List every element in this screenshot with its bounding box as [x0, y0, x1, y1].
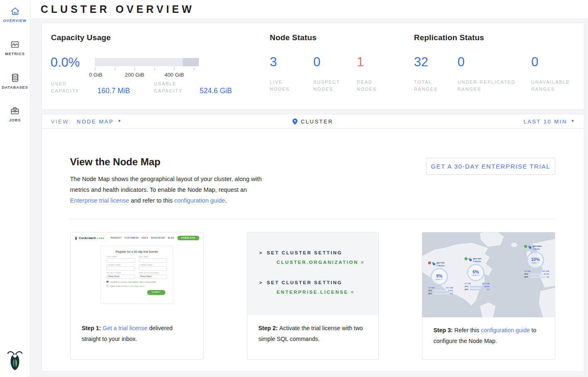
time-range-selector[interactable]: LAST 10 MIN ▼: [523, 118, 584, 125]
view-selector[interactable]: VIEW: NODE MAP ▼: [42, 118, 122, 125]
suspect-nodes-label: SUSPECT NODES: [313, 79, 346, 93]
sql-command: SET CLUSTER SETTING: [267, 250, 342, 255]
description-text: The Node Map shows the geographical layo…: [70, 176, 262, 193]
home-icon: [10, 6, 21, 17]
live-nodes-stat: 3 LIVE NODES: [270, 55, 299, 93]
page-title: CLUSTER OVERVIEW: [41, 3, 194, 15]
gauge-label: CAPACITY: [472, 275, 479, 276]
enterprise-trial-license-link[interactable]: Enterprise trial license: [70, 197, 129, 204]
cpu-value: 11.0%: [448, 290, 453, 292]
map-region-sfo: ! geo=sfo2 Nodes 9% CAPACITY 3.2 GiB35.1…: [428, 261, 454, 295]
mini-nav-item: BLOG: [168, 237, 174, 239]
mini-download-button: DOWNLOAD: [177, 236, 199, 240]
map-region-ams: ✓ geo=ams1 Node 10% CAPACITY 3.6 GiB36.6…: [524, 245, 550, 278]
capacity-gauge: 6% CAPACITY: [467, 264, 484, 281]
cockroachdb-logo: [7, 350, 23, 372]
mini-sla-link: Software License Agreement.: [121, 285, 145, 287]
tick-label: 200 GiB: [125, 72, 144, 78]
capacity-bar-track: [95, 58, 199, 66]
cpu-label: CPU: [465, 285, 469, 288]
description-text: and refer to this: [129, 197, 174, 204]
configuration-guide-link[interactable]: configuration guide: [481, 327, 530, 334]
mini-checkbox-label: I agree to the Software License Agreemen…: [110, 285, 145, 287]
mini-field-label: COMPANY NAME: [106, 264, 135, 266]
region-node-count: 2 Nodes: [473, 260, 482, 263]
step-2-card: >SET CLUSTER SETTING CLUSTER.ORGANIZATIO…: [247, 232, 379, 360]
chevron-down-icon: ▼: [117, 119, 122, 123]
capacity-usage-title: Capacity Usage: [51, 33, 111, 42]
usable-capacity-value: 524.6 GiB: [200, 87, 232, 95]
sidebar-item-metrics[interactable]: METRICS: [0, 32, 30, 65]
node-status-section: Node Status 3 LIVE NODES 0 SUSPECT NODES…: [270, 23, 414, 109]
qps-bar: [470, 289, 486, 290]
step-2-caption: Step 2: Activate the trial license with …: [247, 315, 378, 344]
step-1-card: Cockroach LABS PRODUCT CUSTOMERS DOCS RE…: [70, 232, 203, 360]
under-replicated-ranges-stat: 0 UNDER-REPLICATED RANGES: [457, 55, 526, 93]
node-map-heading: View the Node Map: [70, 156, 266, 168]
capacity-bar-segment: [183, 58, 199, 66]
metrics-chart-icon: [10, 39, 20, 50]
sql-command: SET CLUSTER SETTING: [267, 280, 342, 285]
sidebar-item-label: METRICS: [5, 52, 25, 56]
sql-prompt: >: [259, 250, 263, 255]
replication-status-section: Replication Status 32 TOTAL RANGES 0 UND…: [414, 23, 584, 109]
qps-label: QPS: [465, 288, 469, 290]
region-ok-badge: ✓: [465, 257, 467, 260]
region-name: geo=nyc: [473, 257, 482, 260]
node-cubes-icon: [432, 262, 436, 266]
mini-form-title: Register for a 30-day trial license: [106, 250, 167, 253]
description-text: .: [225, 197, 227, 204]
gauge-label: CAPACITY: [435, 279, 443, 280]
sql-prompt: >: [259, 280, 263, 285]
node-cubes-icon: [468, 258, 472, 261]
used-capacity-value: 160.7 MiB: [97, 87, 130, 95]
region-alert-badge: !: [428, 261, 431, 264]
capacity-min: 3.7 GiB: [465, 283, 471, 285]
gauge-percent: 6%: [472, 269, 479, 274]
capacity-max: 35.1 GiB: [446, 287, 453, 289]
trial-license-screenshot: Cockroach LABS PRODUCT CUSTOMERS DOCS RE…: [70, 232, 203, 315]
sidebar-item-label: JOBS: [9, 118, 21, 122]
cpu-value: 58.3%: [544, 273, 549, 275]
region-name: geo=sfo: [437, 261, 445, 264]
node-cubes-icon: [528, 245, 532, 249]
region-ok-badge: ✓: [524, 245, 527, 248]
sidebar-item-databases[interactable]: DATABASES: [0, 65, 30, 99]
capacity-max: 43.7 GiB: [482, 283, 489, 285]
mini-checkbox: [106, 285, 109, 287]
total-ranges-value: 32: [414, 55, 443, 70]
mini-input: [139, 259, 167, 263]
sidebar-item-label: OVERVIEW: [3, 19, 27, 23]
configuration-guide-link[interactable]: configuration guide: [174, 197, 225, 204]
step-1-caption: Step 1: Get a trial license delivered st…: [70, 315, 203, 344]
capacity-max: 36.6 GiB: [542, 270, 549, 272]
mini-field-label: REASON FOR INTEREST: [139, 272, 167, 274]
map-region-nyc: ✓ geo=nyc2 Nodes 6% CAPACITY 3.7 GiB43.7…: [465, 257, 490, 290]
unavailable-ranges-stat: 0 UNAVAILABLE RANGES: [531, 55, 577, 93]
get-trial-license-link[interactable]: Get a trial license: [103, 325, 148, 331]
cpu-label: CPU: [428, 290, 433, 292]
sql-argument: ENTERPRISE.LICENSE =: [277, 290, 378, 295]
cluster-breadcrumb-label: CLUSTER: [301, 118, 333, 125]
database-icon: [10, 72, 20, 83]
used-capacity-label: USED CAPACITY: [51, 80, 89, 94]
sidebar-item-overview[interactable]: OVERVIEW: [0, 0, 30, 32]
qps-bar: [530, 276, 546, 278]
step-prefix: Step 3:: [433, 327, 455, 334]
tick-label: 0 GiB: [89, 72, 103, 78]
mini-checkbox-checked: [106, 281, 109, 283]
get-enterprise-trial-button[interactable]: GET A 30-DAY ENTERPRISE TRIAL: [426, 158, 555, 175]
capacity-used-percent: 0.0%: [51, 55, 80, 70]
view-bar: VIEW: NODE MAP ▼ CLUSTER LAST 10 MIN ▼: [41, 114, 584, 129]
cluster-summary-panel: Capacity Usage 0.0% 0 GiB 200 GiB 400 Gi…: [41, 23, 584, 110]
mini-input: [139, 266, 167, 271]
sidebar-item-label: DATABASES: [2, 85, 28, 89]
cpu-bar: [433, 290, 447, 292]
sql-commands-graphic: >SET CLUSTER SETTING CLUSTER.ORGANIZATIO…: [247, 232, 378, 315]
replication-status-title: Replication Status: [414, 33, 484, 42]
sql-argument: CLUSTER.ORGANIZATION =: [277, 260, 378, 265]
capacity-gauge: 9% CAPACITY: [431, 268, 448, 285]
mini-logo-suffix: LABS: [97, 237, 104, 239]
sidebar-item-jobs[interactable]: JOBS: [0, 99, 30, 132]
gauge-label: CAPACITY: [531, 262, 539, 264]
